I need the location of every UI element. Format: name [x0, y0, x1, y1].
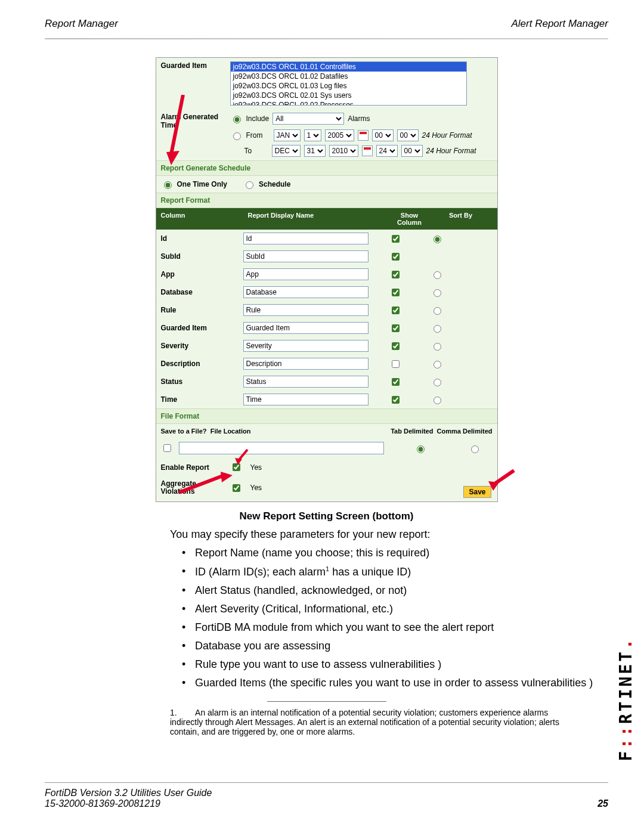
list-item: Database you are assessing	[182, 640, 599, 652]
display-name-input[interactable]	[243, 233, 369, 244]
include-label: Include	[246, 114, 270, 123]
show-column-checkbox[interactable]	[392, 360, 400, 368]
sort-by-radio[interactable]	[434, 325, 441, 333]
sort-by-radio[interactable]	[434, 361, 441, 368]
from-label: From	[246, 131, 270, 140]
to-year-select[interactable]: 2010	[329, 145, 358, 157]
table-row: Status	[156, 373, 497, 391]
from-mm-select[interactable]: 00	[397, 129, 419, 141]
one-time-radio[interactable]	[164, 181, 172, 189]
to-month-select[interactable]: DEC	[272, 145, 301, 157]
list-item[interactable]: jo92w03.DCS ORCL 01.01 Controlfiles	[231, 62, 466, 72]
from-year-select[interactable]: 2005	[325, 129, 354, 141]
sort-by-radio[interactable]	[434, 271, 441, 279]
comma-delimited-label: Comma Delimited	[437, 428, 493, 435]
row-name: Guarded Item	[156, 321, 243, 335]
to-mm-select[interactable]: 00	[401, 145, 423, 157]
display-name-input[interactable]	[243, 376, 369, 388]
show-column-checkbox[interactable]	[392, 342, 400, 350]
file-location-input[interactable]	[179, 442, 384, 454]
list-item: Report Name (name you choose; this is re…	[182, 547, 599, 559]
sort-by-radio[interactable]	[434, 343, 441, 351]
to-label: To	[244, 147, 268, 155]
from-month-select[interactable]: JAN	[274, 129, 301, 141]
col-column: Column	[156, 208, 243, 230]
show-column-checkbox[interactable]	[392, 378, 400, 386]
report-format-section-header: Report Format	[156, 193, 497, 208]
sort-by-radio[interactable]	[434, 397, 441, 404]
svg-marker-1	[166, 151, 179, 165]
list-item[interactable]: jo92w03.DCS ORCL 02.01 Sys users	[231, 91, 466, 100]
from-hh-select[interactable]: 00	[372, 129, 394, 141]
page-header: Report Manager Alert Report Manager	[0, 0, 644, 36]
page-number: 25	[597, 798, 608, 809]
display-name-input[interactable]	[243, 286, 369, 298]
list-item: Guarded Items (the specific rules you wa…	[182, 677, 599, 689]
col-show: Show Column	[384, 208, 435, 230]
aggregate-checkbox[interactable]	[233, 484, 240, 492]
svg-line-0	[171, 95, 183, 154]
report-format-table-header: Column Report Display Name Show Column S…	[156, 208, 497, 230]
table-row: Database	[156, 283, 497, 301]
calendar-icon[interactable]	[362, 145, 373, 156]
show-column-checkbox[interactable]	[392, 289, 400, 296]
page-footer: FortiDB Version 3.2 Utilities User Guide…	[45, 782, 608, 809]
row-name: Id	[156, 232, 243, 245]
list-item[interactable]: jo92w03.DCS ORCL 01.03 Log files	[231, 81, 466, 91]
display-name-input[interactable]	[243, 340, 369, 352]
display-name-input[interactable]	[243, 250, 369, 262]
file-location-label: File Location	[210, 428, 251, 435]
svg-line-4	[179, 475, 224, 493]
fortinet-logo: F::RTINET.	[616, 637, 636, 761]
show-column-checkbox[interactable]	[392, 306, 400, 314]
sort-by-radio[interactable]	[434, 236, 441, 243]
footer-line1: FortiDB Version 3.2 Utilities User Guide	[45, 788, 212, 798]
display-name-input[interactable]	[243, 322, 369, 334]
list-item: ID (Alarm ID(s); each alarm1 has a uniqu…	[182, 565, 599, 578]
from-day-select[interactable]: 1	[304, 129, 321, 141]
display-name-input[interactable]	[243, 394, 369, 405]
calendar-icon[interactable]	[358, 130, 369, 141]
sort-by-radio[interactable]	[434, 289, 441, 297]
tab-delimited-radio[interactable]	[417, 445, 425, 453]
hour-format-label: 24 Hour Format	[426, 147, 476, 155]
list-item[interactable]: jo92w03.DCS ORCL 01.02 Datafiles	[231, 72, 466, 81]
screenshot-panel: Guarded Item jo92w03.DCS ORCL 01.01 Cont…	[156, 57, 498, 502]
show-column-checkbox[interactable]	[392, 324, 400, 332]
save-to-file-checkbox[interactable]	[163, 444, 171, 452]
show-column-checkbox[interactable]	[392, 396, 400, 404]
table-row: Id	[156, 230, 497, 247]
show-column-checkbox[interactable]	[392, 253, 400, 261]
sort-by-radio[interactable]	[434, 379, 441, 386]
include-radio[interactable]	[233, 116, 241, 123]
to-hh-select[interactable]: 24	[376, 145, 398, 157]
list-item: FortiDB MA module from which you want to…	[182, 621, 599, 634]
aggregate-yes: Yes	[250, 484, 262, 492]
list-item[interactable]: jo92w03.DCS ORCL 02.02 Processes	[231, 100, 466, 106]
from-radio[interactable]	[233, 132, 241, 140]
to-day-select[interactable]: 31	[304, 145, 326, 157]
red-arrow-icon	[233, 448, 250, 466]
table-row: Rule	[156, 301, 497, 319]
bullet-list: Report Name (name you choose; this is re…	[182, 547, 599, 689]
row-name: App	[156, 268, 243, 281]
table-row: SubId	[156, 247, 497, 265]
tab-delimited-label: Tab Delimited	[391, 428, 433, 435]
include-select[interactable]: All	[273, 113, 344, 125]
comma-delimited-radio[interactable]	[471, 445, 479, 453]
show-column-checkbox[interactable]	[392, 271, 400, 278]
header-right: Alert Report Manager	[511, 18, 608, 30]
guarded-item-listbox[interactable]: jo92w03.DCS ORCL 01.01 Controlfiles jo92…	[230, 61, 467, 106]
display-name-input[interactable]	[243, 268, 369, 280]
col-sort: Sort By	[435, 208, 487, 230]
footnote-number: 1.	[170, 708, 177, 717]
display-name-input[interactable]	[243, 358, 369, 370]
sort-by-radio[interactable]	[434, 307, 441, 315]
display-name-input[interactable]	[243, 304, 369, 316]
schedule-radio[interactable]	[246, 181, 253, 189]
footnote-rule	[267, 701, 386, 702]
svg-marker-5	[221, 472, 233, 482]
table-row: Guarded Item	[156, 319, 497, 337]
one-time-label: One Time Only	[177, 180, 227, 188]
show-column-checkbox[interactable]	[392, 235, 400, 243]
